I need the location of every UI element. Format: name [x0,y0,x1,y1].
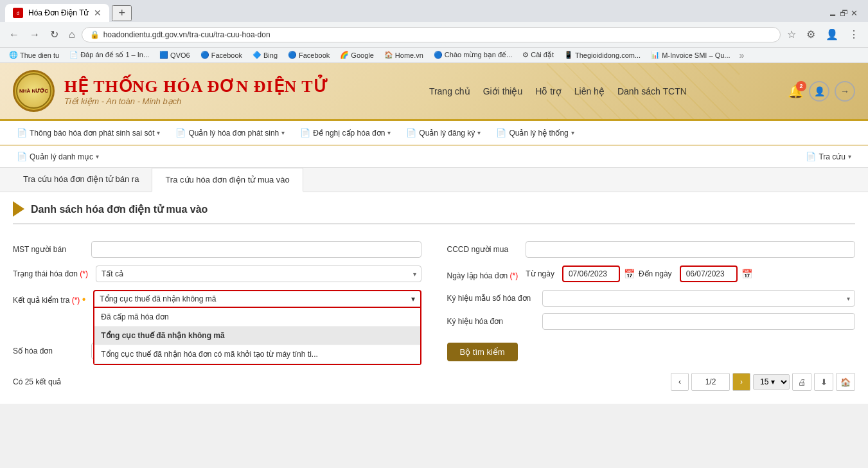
toolbar-quan-ly-hoa-don[interactable]: 📄 Quản lý hóa đơn phát sinh ▾ [169,125,291,141]
browser-tab[interactable]: đ Hóa Đơn Điện Tử ✕ [5,4,109,22]
tab-mua-vao[interactable]: Tra cứu hóa đơn điện tử mua vào [152,168,303,192]
cccd-input[interactable] [526,241,856,258]
pagination: ‹ 1 / 2 › 15 ▾ 🖨 ⬇ 🏠 [671,373,855,391]
search-btn-area: Bộ tìm kiếm [447,343,856,361]
tu-ngay-input[interactable] [562,266,620,282]
pagination-prev-button[interactable]: ‹ [671,373,689,391]
den-ngay-label: Đến ngày [639,269,672,278]
nav-ho-tro[interactable]: Hỗ trợ [535,86,562,96]
nav-gioi-thieu[interactable]: Giới thiệu [483,86,523,96]
home-action-button[interactable]: 🏠 [836,373,855,391]
toolbar-quan-ly-dang-ky[interactable]: 📄 Quản lý đăng ký ▾ [400,125,487,141]
address-bar[interactable]: 🔒 hoadondientu.gdt.gov.vn/tra-cuu/tra-cu… [82,27,781,42]
form-row-trang-thai: Trạng thái hóa đơn (*) Tất cảĐã cấp mã h… [13,266,421,282]
header-logo-area: NHÀ NƯỚC HỆ THỐNG HÓA ĐƠN ĐIỆN TỬ Tiết k… [13,70,328,112]
printer-button[interactable]: 🖨 [792,373,811,391]
right-col-ky-hieu-mau: Ký hiệu mẫu số hóa đơn ▾ Ký hiệu hóa đơn [447,290,856,336]
bookmark-homevn[interactable]: 🏠 Home.vn [380,50,427,60]
url-text: hoadondientu.gdt.gov.vn/tra-cuu/tra-cuu-… [103,30,270,39]
tra-cuu-icon: 📄 [806,152,816,161]
nav-trang-chu[interactable]: Trang chủ [429,86,470,96]
quan-ly-chevron-icon: ▾ [281,129,285,136]
site-subtitle: Tiết kiệm - An toàn - Minh bạch [64,96,328,106]
date-range-wrapper: Từ ngày 📅 Đến ngày 📅 [526,266,855,282]
ket-qua-option-2[interactable]: Tổng cục thuế đã nhận không mã [94,327,420,345]
bookmark-google[interactable]: 🌈 Google [336,50,377,60]
more-bookmarks-button[interactable]: » [737,50,747,60]
header-actions: 🔔 2 👤 → [788,81,855,102]
form-row-ky-hieu-hoa-don: Ký hiệu hóa đơn [447,313,856,330]
toolbar-row1: 📄 Thông báo hóa đơn phát sinh sai sót ▾ … [0,121,868,146]
refresh-button[interactable]: ↻ [46,26,62,43]
nav-danh-sach-tctn[interactable]: Danh sách TCTN [617,86,687,96]
menu-button[interactable]: ⋮ [845,26,863,43]
nav-lien-he[interactable]: Liên hệ [574,86,605,96]
header-nav: Trang chủ Giới thiệu Hỗ trợ Liên hệ Danh… [429,86,687,96]
toolbar-row2: 📄 Quản lý danh mục ▾ 📄 Tra cứu ▾ [0,146,868,168]
mst-input[interactable] [91,241,421,258]
bookmark-thue-dien-tu[interactable]: 🌐 Thue dien tu [5,50,63,60]
bookmark-star-button[interactable]: ☆ [783,26,800,43]
site-header: NHÀ NƯỚC HỆ THỐNG HÓA ĐƠN ĐIỆN TỬ Tiết k… [0,63,868,121]
new-tab-button[interactable]: + [112,5,132,21]
notification-bell-button[interactable]: 🔔 2 [788,84,804,99]
bookmark-qvo6[interactable]: 🟦 QVO6 [155,50,194,60]
pagination-next-button[interactable]: › [732,373,750,391]
close-window-button[interactable]: ✕ [851,8,858,18]
de-nghi-chevron-icon: ▾ [387,129,391,136]
ket-qua-dropdown-selected[interactable]: Tổng cục thuế đã nhận không mã ▾ [93,290,421,308]
extension-button[interactable]: ⚙ [802,26,819,43]
site-title: HỆ THỐNG HÓA ĐƠN ĐIỆN TỬ [64,76,328,96]
toolbar-quan-ly-danh-muc[interactable]: 📄 Quản lý danh mục ▾ [10,148,105,165]
toolbar-thong-bao[interactable]: 📄 Thông báo hóa đơn phát sinh sai sót ▾ [10,125,166,141]
back-button[interactable]: ← [5,26,23,43]
quan-ly-icon: 📄 [175,128,186,138]
user-profile-button[interactable]: 👤 [809,81,829,102]
ket-qua-dropdown-container: Tổng cục thuế đã nhận không mã ▾ Đã cấp … [93,290,421,308]
danh-muc-chevron-icon: ▾ [96,153,99,160]
profile-button[interactable]: 👤 [822,26,842,43]
header-title-area: HỆ THỐNG HÓA ĐƠN ĐIỆN TỬ Tiết kiệm - An … [64,76,328,106]
bookmark-bing[interactable]: 🔷 Bing [249,50,281,60]
ky-hieu-hoa-don-input[interactable] [542,313,856,330]
tab-close-button[interactable]: ✕ [94,8,102,18]
download-button[interactable]: ⬇ [814,373,833,391]
ket-qua-chevron-icon: ▾ [411,294,415,303]
ky-hieu-mau-label: Ký hiệu mẫu số hóa đơn [447,294,537,303]
lock-icon: 🔒 [90,30,100,39]
bookmark-facebook2[interactable]: 🔵 Facebook [284,50,333,60]
bookmark-chao-mung[interactable]: 🔵 Chào mừng bạn đế... [430,50,516,60]
ky-hieu-mau-select[interactable] [542,290,856,307]
search-button[interactable]: Bộ tìm kiếm [447,343,518,361]
toolbar-de-nghi-label: Đề nghị cấp hóa đơn [313,129,385,138]
page-size-select[interactable]: 15 ▾ [753,374,790,390]
bookmark-thegioididong[interactable]: 📱 Thegioididong.com... [560,50,644,60]
section-arrow-icon [13,201,24,217]
forward-button[interactable]: → [26,26,44,43]
bookmark-cai-dat[interactable]: ⚙ Cài đặt [518,50,558,60]
den-ngay-calendar-icon[interactable]: 📅 [741,269,752,279]
ket-qua-label: Kết quả kiểm tra (*) • [13,290,85,305]
tra-cuu-chevron-icon: ▾ [848,153,851,160]
toolbar-de-nghi[interactable]: 📄 Đề nghị cấp hóa đơn ▾ [294,125,397,141]
trang-thai-select[interactable]: Tất cảĐã cấp mã hóa đơnTổng cục thuế đã … [96,266,421,282]
toolbar-quan-ly-he-thong[interactable]: 📄 Quản lý hệ thống ▾ [490,125,580,141]
form-row-ket-qua: Kết quả kiểm tra (*) • Tổng cục thuế đã … [13,290,421,336]
trang-thai-select-wrapper: Tất cảĐã cấp mã hóa đơnTổng cục thuế đã … [96,266,421,282]
cccd-label: CCCD người mua [447,241,518,254]
minimize-button[interactable]: 🗕 [829,8,837,18]
results-bar: Có 25 kết quả ‹ 1 / 2 › 15 ▾ 🖨 ⬇ 🏠 [13,368,855,391]
bookmark-minvoice[interactable]: 📊 M-Invoice SMI – Qu... [647,50,734,60]
toolbar-tra-cuu[interactable]: 📄 Tra cứu ▾ [799,148,858,165]
ket-qua-option-1[interactable]: Đã cấp mã hóa đơn [94,308,420,327]
bookmark-facebook[interactable]: 🔵 Facebook [197,50,246,60]
home-button[interactable]: ⌂ [65,26,79,43]
bookmark-dap-an[interactable]: 📄 Đáp án đề số 1 – In... [66,50,153,60]
tu-ngay-calendar-icon[interactable]: 📅 [624,269,635,279]
den-ngay-input[interactable] [680,266,738,282]
ket-qua-option-3[interactable]: Tổng cục thuế đã nhận hóa đơn có mã khởi… [94,345,420,364]
tab-ban-ra[interactable]: Tra cứu hóa đơn điện tử bán ra [10,168,152,192]
arrow-right-button[interactable]: → [835,81,855,102]
maximize-button[interactable]: 🗗 [840,8,848,18]
section-title: Danh sách hóa đơn điện tử mua vào [13,192,855,224]
